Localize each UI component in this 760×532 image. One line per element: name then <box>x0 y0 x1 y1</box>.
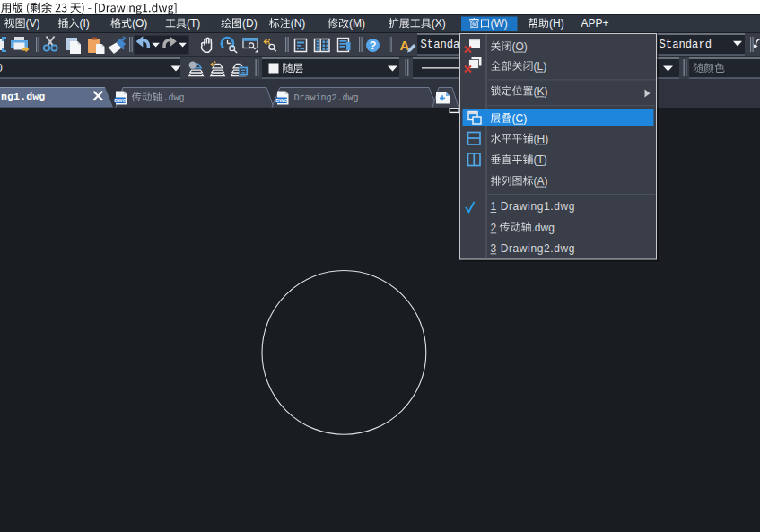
svg-text:APP+: APP+ <box>581 17 608 30</box>
svg-text:.dwg: .dwg <box>163 93 185 103</box>
svg-text:DWG: DWG <box>114 98 127 103</box>
svg-text:(T): (T) <box>187 17 200 30</box>
svg-text:Standard: Standard <box>660 39 712 51</box>
svg-text:(L): (L) <box>534 60 547 73</box>
svg-text:?: ? <box>370 39 377 52</box>
svg-text:0: 0 <box>0 62 3 74</box>
svg-text:(N): (N) <box>291 17 306 30</box>
svg-text:(H): (H) <box>534 133 549 145</box>
svg-text:2: 2 <box>491 222 497 234</box>
svg-text:(K): (K) <box>534 85 548 98</box>
svg-text:(V): (V) <box>26 17 40 30</box>
svg-text:1 Drawing1.dwg: 1 Drawing1.dwg <box>491 200 575 213</box>
svg-text:(O): (O) <box>512 40 528 53</box>
svg-text:(X): (X) <box>432 17 446 30</box>
svg-text:(A): (A) <box>534 175 548 188</box>
svg-text:(H): (H) <box>549 17 564 30</box>
svg-text:(D): (D) <box>242 17 258 30</box>
svg-text:(T): (T) <box>534 153 547 166</box>
svg-text:Drawing2.dwg: Drawing2.dwg <box>294 93 359 103</box>
svg-text:(O): (O) <box>132 17 147 30</box>
svg-text:(W): (W) <box>491 17 508 30</box>
svg-text:3 Drawing2.dwg: 3 Drawing2.dwg <box>491 242 575 255</box>
svg-text:ng1.dwg: ng1.dwg <box>1 91 45 102</box>
svg-text:DWG: DWG <box>275 98 288 103</box>
svg-text:.dwg: .dwg <box>532 222 555 234</box>
svg-text:(C): (C) <box>512 112 528 125</box>
svg-text:(I): (I) <box>80 17 90 30</box>
svg-text:(M): (M) <box>349 17 365 30</box>
